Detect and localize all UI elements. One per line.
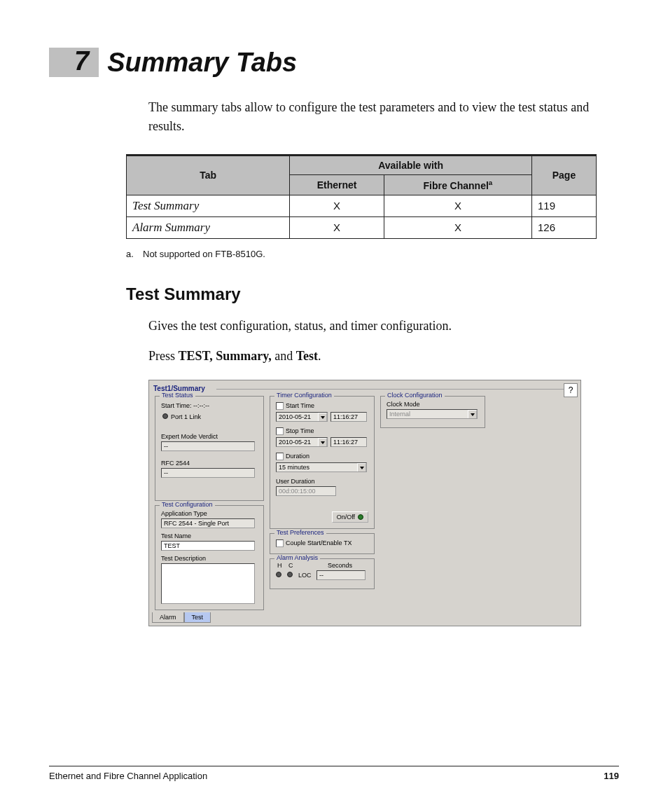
- input-stop-time[interactable]: 11:16:27: [330, 437, 367, 447]
- chevron-down-icon[interactable]: [468, 410, 477, 419]
- legend-alarm-analysis: Alarm Analysis: [274, 554, 320, 561]
- help-icon[interactable]: ?: [564, 383, 578, 397]
- th-fibre-channel: Fibre Channela: [384, 175, 531, 195]
- cell-fc: X: [384, 195, 531, 216]
- table-row: Test Summary X X 119: [127, 195, 597, 216]
- fieldset-alarm-analysis: Alarm Analysis H C Seconds LOC --: [270, 558, 375, 589]
- dropdown-duration[interactable]: 15 minutes: [276, 462, 367, 472]
- label-test-name: Test Name: [161, 532, 191, 539]
- label-stop-time-chk: Stop Time: [286, 427, 314, 434]
- led-c: [287, 572, 293, 577]
- label-test-description: Test Description: [161, 555, 206, 562]
- textarea-test-description[interactable]: [161, 563, 255, 604]
- label-loc: LOC: [298, 572, 312, 579]
- field-rfc2544: --: [161, 468, 255, 478]
- label-couple-start: Couple Start/Enable TX: [286, 539, 352, 546]
- bottom-tabbar: Alarm Test: [152, 612, 211, 623]
- label-seconds: Seconds: [328, 562, 352, 569]
- fieldset-test-status: Test Status Start Time: --:--:-- Port 1 …: [155, 396, 264, 501]
- input-test-name[interactable]: TEST: [161, 541, 255, 551]
- label-h: H: [277, 562, 282, 569]
- chevron-down-icon[interactable]: [357, 463, 366, 472]
- th-available: Available with: [290, 156, 532, 175]
- table-row: Alarm Summary X X 126: [127, 216, 597, 238]
- th-ethernet: Ethernet: [290, 175, 384, 195]
- intro-paragraph: The summary tabs allow to configure the …: [148, 98, 619, 136]
- field-loc-seconds: --: [316, 570, 366, 580]
- label-c: C: [288, 562, 293, 569]
- cell-page: 126: [531, 216, 596, 238]
- legend-timer-configuration: Timer Configuration: [274, 392, 334, 399]
- led-port-link: [162, 413, 168, 419]
- fieldset-test-configuration: Test Configuration Application Type RFC …: [155, 505, 264, 610]
- button-timer-onoff[interactable]: On/Off: [332, 511, 368, 523]
- tabs-availability-table: Tab Available with Page Ethernet Fibre C…: [126, 154, 597, 239]
- input-start-time[interactable]: 11:16:27: [330, 412, 367, 422]
- chevron-down-icon[interactable]: [318, 438, 327, 447]
- field-application-type: RFC 2544 - Single Port: [161, 518, 255, 528]
- led-h: [276, 572, 281, 577]
- chapter-number-badge: 7: [49, 48, 99, 77]
- legend-test-configuration: Test Configuration: [160, 501, 215, 508]
- checkbox-stop-time[interactable]: [276, 427, 284, 435]
- checkbox-couple-start[interactable]: [276, 539, 284, 547]
- section-title-test-summary: Test Summary: [126, 284, 619, 304]
- th-tab: Tab: [127, 156, 290, 195]
- page-footer: Ethernet and Fibre Channel Application 1…: [49, 766, 619, 781]
- label-start-time-chk: Start Time: [286, 402, 314, 409]
- label-start-time: Start Time: --:--:--: [161, 402, 209, 409]
- fieldset-clock-configuration: Clock Configuration Clock Mode Internal: [380, 396, 485, 428]
- label-clock-mode: Clock Mode: [387, 401, 420, 408]
- label-expert-verdict: Expert Mode Verdict: [161, 433, 218, 440]
- dropdown-stop-date[interactable]: 2010-05-21: [276, 437, 328, 447]
- field-user-duration: 00d:00:15:00: [276, 486, 336, 496]
- label-user-duration: User Duration: [276, 478, 315, 485]
- fieldset-test-preferences: Test Preferences Couple Start/Enable TX: [270, 533, 375, 554]
- th-page: Page: [531, 156, 596, 195]
- legend-test-status: Test Status: [160, 392, 195, 399]
- cell-eth: X: [290, 216, 384, 238]
- table-footnote: a.Not supported on FTB-8510G.: [126, 249, 619, 259]
- cell-fc: X: [384, 216, 531, 238]
- footer-app-name: Ethernet and Fibre Channel Application: [49, 771, 207, 781]
- cell-tab: Alarm Summary: [127, 216, 290, 238]
- chevron-down-icon[interactable]: [318, 413, 327, 422]
- cell-page: 119: [531, 195, 596, 216]
- checkbox-duration[interactable]: [276, 453, 284, 460]
- section-description: Gives the test configuration, status, an…: [148, 317, 619, 336]
- cell-eth: X: [290, 195, 384, 216]
- label-duration-chk: Duration: [286, 453, 309, 460]
- footer-page-number: 119: [604, 771, 619, 781]
- checkbox-start-time[interactable]: [276, 402, 284, 410]
- field-expert-verdict: --: [161, 441, 255, 451]
- cell-tab: Test Summary: [127, 195, 290, 216]
- label-application-type: Application Type: [161, 510, 207, 517]
- label-rfc2544: RFC 2544: [161, 460, 190, 467]
- chapter-title: Summary Tabs: [107, 49, 297, 76]
- test-summary-screenshot: Test1/Summary ? Test Status Start Time: …: [148, 380, 581, 626]
- tab-alarm[interactable]: Alarm: [152, 612, 184, 623]
- tab-test[interactable]: Test: [184, 612, 211, 623]
- fieldset-timer-configuration: Timer Configuration Start Time 2010-05-2…: [270, 396, 375, 529]
- legend-clock-configuration: Clock Configuration: [385, 392, 445, 399]
- legend-test-preferences: Test Preferences: [274, 529, 326, 536]
- chapter-heading: 7 Summary Tabs: [49, 48, 619, 77]
- dropdown-start-date[interactable]: 2010-05-21: [276, 412, 328, 422]
- label-port-link: Port 1 Link: [171, 413, 201, 420]
- press-instruction: Press TEST, Summary, and Test.: [148, 347, 619, 366]
- dropdown-clock-mode[interactable]: Internal: [387, 409, 478, 419]
